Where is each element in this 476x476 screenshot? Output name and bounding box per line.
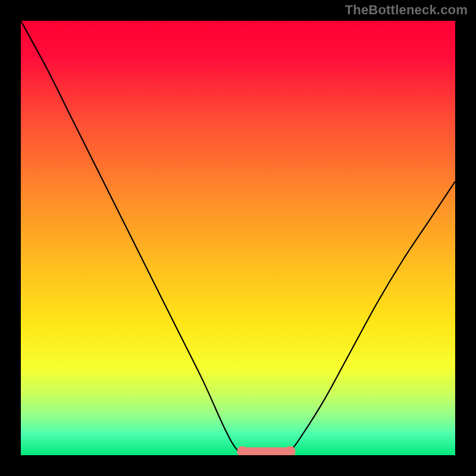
optimal-band-right-dot bbox=[285, 446, 296, 457]
bottleneck-chart bbox=[0, 0, 476, 476]
plot-background bbox=[21, 21, 455, 455]
optimal-band-left-dot bbox=[237, 446, 248, 457]
chart-stage: TheBottleneck.com bbox=[0, 0, 476, 476]
watermark-text: TheBottleneck.com bbox=[345, 2, 468, 18]
